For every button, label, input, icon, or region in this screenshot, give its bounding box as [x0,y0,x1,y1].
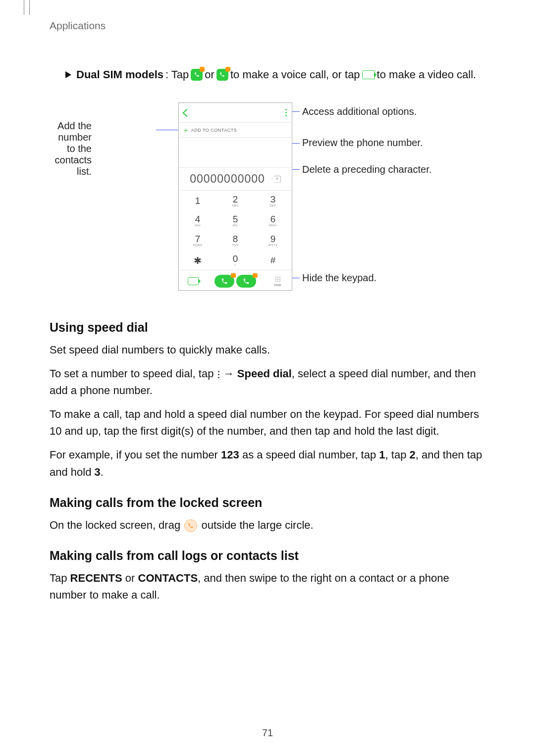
action-row: Hide [179,270,292,292]
sim1-call-button[interactable] [214,275,234,288]
locked-heading: Making calls from the locked screen [50,496,485,510]
keypad-grid-icon [275,276,281,282]
hide-label: Hide [274,283,281,287]
speed-p3: To make a call, tap and hold a speed dia… [50,406,485,440]
logs-heading: Making calls from call logs or contacts … [50,549,485,563]
label-preview: Preview the phone number. [302,137,423,149]
keypad: 12ABC3DEF4GHI5JKL6MNO7PQRS8TUV9WXYZ✱0+# [179,191,292,270]
keypad-key-8[interactable]: 8TUV [216,230,254,250]
label-more-options: Access additional options. [302,106,417,117]
add-to-contacts-label: ADD TO CONTACTS [191,128,237,133]
number-row: 00000000000 [179,168,292,191]
video-call-icon [362,70,375,79]
speed-dial-heading: Using speed dial [50,320,485,335]
logs-p1: Tap RECENTS or CONTACTS, and then swipe … [50,570,485,604]
keypad-key-4[interactable]: 4GHI [179,210,216,230]
keypad-key-1[interactable]: 1 [179,191,216,210]
label-delete: Delete a preceding character. [302,164,431,175]
entered-number: 00000000000 [190,172,265,186]
sim2-call-button[interactable] [236,275,256,288]
speed-p1: Set speed dial numbers to quickly make c… [50,342,485,358]
dual-sim-bullet: Dual SIM models: Tap or to make a voice … [50,66,485,83]
keypad-key-7[interactable]: 7PQRS [179,230,216,250]
keypad-key-9[interactable]: 9WXYZ [254,230,292,250]
page-number: 71 [0,727,535,739]
label-hide: Hide the keypad. [302,272,376,284]
hide-keypad-button[interactable]: Hide [274,276,281,287]
sim2-call-icon [216,69,228,81]
more-options-inline-icon [218,374,219,375]
keypad-key-2[interactable]: 2ABC [216,191,254,210]
add-to-contacts-row[interactable]: + ADD TO CONTACTS [179,123,292,138]
dual-sim-label: Dual SIM models [76,66,163,83]
speed-p2: To set a number to speed dial, tap → Spe… [50,365,485,399]
keypad-key-✱[interactable]: ✱ [179,250,216,270]
more-options-icon[interactable] [285,112,287,113]
keypad-key-#[interactable]: # [254,250,292,270]
header-crop-mark [24,0,30,15]
section-header: Applications [50,20,485,32]
backspace-icon[interactable] [272,176,281,183]
dialer-screenshot: + ADD TO CONTACTS 00000000000 12ABC3DEF4… [178,102,292,291]
dialer-topbar [179,103,292,123]
keypad-key-0[interactable]: 0+ [216,250,254,270]
plus-icon: + [184,126,188,134]
preview-area [179,138,292,168]
manual-page: Applications Dual SIM models: Tap or to … [0,0,535,756]
keypad-key-3[interactable]: 3DEF [254,191,292,210]
locked-p1: On the locked screen, drag outside the l… [50,517,485,534]
bullet-icon [65,71,71,78]
sim1-call-icon [191,69,203,81]
dialer-diagram: Add the number to the contacts list. Acc… [50,102,485,301]
keypad-key-6[interactable]: 6MNO [254,210,292,230]
lock-phone-icon [184,519,197,532]
video-call-button[interactable] [188,277,199,285]
speed-p4: For example, if you set the number 123 a… [50,447,485,480]
back-icon[interactable] [183,108,191,117]
label-add-contacts: Add the number to the contacts list. [50,120,92,177]
keypad-key-5[interactable]: 5JKL [216,210,254,230]
